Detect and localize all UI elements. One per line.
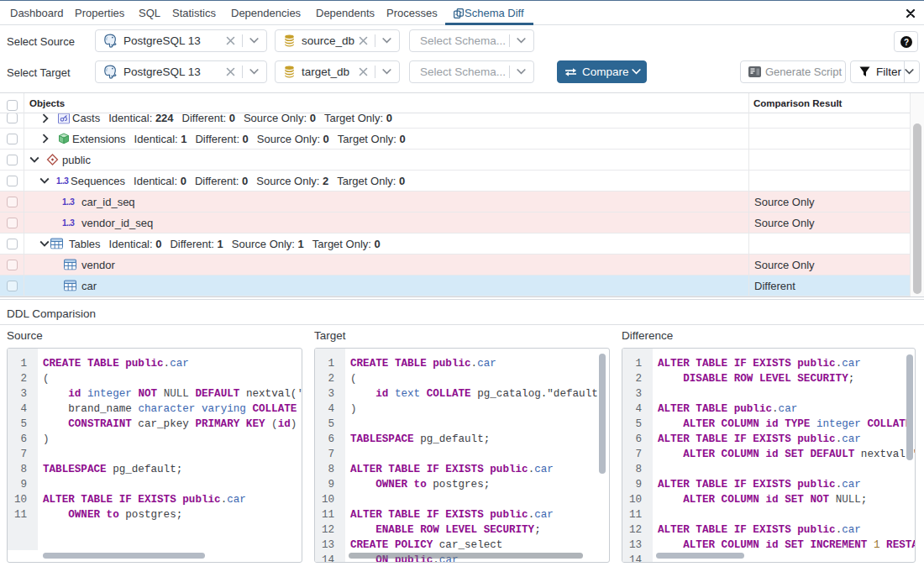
svg-text:?: ? [903, 37, 908, 46]
